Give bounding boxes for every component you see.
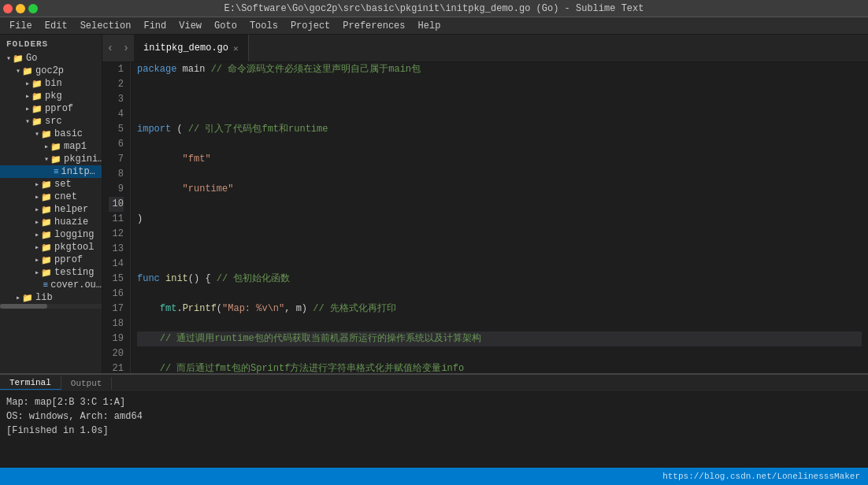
status-bar: https://blog.csdn.net/LonelinesssMaker (0, 468, 868, 485)
menu-goto[interactable]: Goto (208, 19, 243, 33)
sidebar-scrollbar[interactable] (0, 304, 102, 309)
arrow-logging: ▸ (35, 230, 39, 239)
window-title: E:\Software\Go\goc2p\src\basic\pkginit\i… (224, 3, 644, 14)
status-right: https://blog.csdn.net/LonelinesssMaker (662, 472, 860, 481)
label-huazie: huazie (54, 217, 88, 228)
terminal-line-1: Map: map[2:B 3:C 1:A] (6, 395, 862, 409)
folder-icon-lib: 📁 (22, 293, 33, 303)
sidebar: FOLDERS ▾ 📁 Go ▾ 📁 goc2p ▸ 📁 bin ▸ 📁 pkg… (0, 35, 102, 373)
folder-icon-logging: 📁 (41, 230, 52, 240)
label-set: set (54, 179, 72, 190)
arrow-set: ▸ (35, 180, 39, 189)
close-btn[interactable] (3, 4, 13, 13)
sidebar-scroll-thumb[interactable] (0, 304, 47, 309)
output-tab[interactable]: Output (61, 377, 113, 390)
folder-icon-set: 📁 (41, 180, 52, 190)
window-controls (3, 4, 38, 13)
sidebar-item-testing[interactable]: ▸ 📁 testing (0, 266, 102, 279)
menu-find[interactable]: Find (137, 19, 172, 33)
arrow-helper: ▸ (35, 205, 39, 214)
menu-bar: File Edit Selection Find View Goto Tools… (0, 17, 868, 35)
sidebar-item-pkginit[interactable]: ▾ 📁 pkgini… (0, 153, 102, 165)
label-bin: bin (45, 78, 62, 89)
line-numbers: 12345 6789 10 1112131415 1617181920 2122 (102, 62, 131, 373)
folder-icon-basic: 📁 (41, 129, 52, 139)
code-line: ) (137, 212, 862, 227)
menu-help[interactable]: Help (412, 19, 447, 33)
sidebar-item-coverout[interactable]: ≡ cover.ou… (0, 279, 102, 291)
label-map1: map1 (64, 141, 87, 152)
sidebar-item-map1[interactable]: ▸ 📁 map1 (0, 140, 102, 153)
menu-edit[interactable]: Edit (39, 19, 74, 33)
arrow-testing: ▸ (35, 268, 39, 277)
code-line: func init() { // 包初始化函数 (137, 272, 862, 287)
arrow-pkginit: ▾ (44, 154, 49, 164)
arrow-cnet: ▸ (35, 192, 39, 202)
nav-prev[interactable]: ‹ (102, 35, 118, 61)
label-goc2p: goc2p (35, 65, 64, 76)
sidebar-item-pkg[interactable]: ▸ 📁 pkg (0, 90, 102, 102)
folder-icon-cnet: 📁 (41, 192, 52, 202)
arrow-pprof2: ▸ (35, 255, 39, 265)
label-pkg: pkg (45, 91, 62, 102)
label-helper: helper (54, 204, 88, 215)
sidebar-item-go[interactable]: ▾ 📁 Go (0, 52, 102, 65)
code-area[interactable]: package main // 命令源码文件必须在这里声明自己属于main包 i… (131, 62, 868, 373)
sidebar-item-lib[interactable]: ▸ 📁 lib (0, 291, 102, 304)
sidebar-item-bin[interactable]: ▸ 📁 bin (0, 77, 102, 90)
sidebar-item-set[interactable]: ▸ 📁 set (0, 178, 102, 191)
label-initpkg: initp… (61, 166, 95, 177)
arrow-pkgtool: ▸ (35, 242, 39, 252)
label-basic: basic (54, 128, 83, 139)
terminal-content[interactable]: Map: map[2:B 3:C 1:A] OS: windows, Arch:… (0, 392, 868, 468)
label-pprof: pprof (45, 103, 73, 114)
sidebar-item-pkgtool[interactable]: ▸ 📁 pkgtool (0, 241, 102, 254)
sidebar-item-pprof[interactable]: ▸ 📁 pprof (0, 102, 102, 115)
code-line (137, 242, 862, 257)
sidebar-item-src[interactable]: ▾ 📁 src (0, 115, 102, 128)
folder-icon-testing: 📁 (41, 268, 52, 278)
folder-icon-pkgtool: 📁 (41, 242, 52, 253)
tab-close-icon[interactable]: ✕ (233, 43, 239, 54)
terminal-line-2: OS: windows, Arch: amd64 (6, 409, 862, 424)
code-line: package main // 命令源码文件必须在这里声明自己属于main包 (137, 62, 862, 77)
arrow-goc2p: ▾ (16, 66, 20, 76)
maximize-btn[interactable] (28, 4, 38, 13)
sidebar-item-logging[interactable]: ▸ 📁 logging (0, 228, 102, 241)
arrow-lib: ▸ (16, 293, 20, 302)
code-line: fmt.Printf("Map: %v\n", m) // 先格式化再打印 (137, 302, 862, 317)
code-line (137, 92, 862, 107)
folder-icon-goc2p: 📁 (22, 66, 33, 76)
menu-view[interactable]: View (172, 19, 208, 33)
folder-icon-helper: 📁 (41, 205, 52, 215)
sidebar-item-initpkg[interactable]: ≡ initp… (0, 165, 102, 178)
menu-project[interactable]: Project (284, 19, 336, 33)
arrow-pkg: ▸ (25, 91, 30, 101)
sidebar-item-huazie[interactable]: ▸ 📁 huazie (0, 216, 102, 228)
arrow-pprof: ▸ (25, 104, 30, 113)
folder-icon-src: 📁 (32, 117, 43, 127)
bottom-tabs: Terminal Output (0, 375, 868, 392)
menu-file[interactable]: File (3, 19, 39, 33)
menu-tools[interactable]: Tools (243, 19, 284, 33)
editor-content[interactable]: 12345 6789 10 1112131415 1617181920 2122… (102, 62, 868, 373)
menu-selection[interactable]: Selection (74, 19, 138, 33)
arrow-basic: ▾ (35, 129, 39, 139)
tab-initpkg[interactable]: initpkg_demo.go ✕ (134, 35, 249, 61)
minimize-btn[interactable] (16, 4, 25, 13)
label-src: src (45, 116, 62, 127)
sidebar-item-cnet[interactable]: ▸ 📁 cnet (0, 191, 102, 203)
sidebar-item-goc2p[interactable]: ▾ 📁 goc2p (0, 65, 102, 77)
sidebar-item-basic[interactable]: ▾ 📁 basic (0, 128, 102, 140)
label-testing: testing (54, 267, 94, 278)
terminal-tab[interactable]: Terminal (0, 376, 61, 390)
sidebar-item-helper[interactable]: ▸ 📁 helper (0, 203, 102, 216)
arrow-go: ▾ (6, 54, 11, 63)
folder-icon-bin: 📁 (32, 79, 43, 89)
folder-icon-pkginit: 📁 (50, 154, 61, 165)
sidebar-item-pprof2[interactable]: ▸ 📁 pprof (0, 254, 102, 266)
menu-preferences[interactable]: Preferences (336, 19, 411, 33)
nav-next[interactable]: › (118, 35, 134, 61)
editor-wrapper: ‹ › initpkg_demo.go ✕ 12345 6789 10 1112… (102, 35, 868, 373)
file-icon-initpkg: ≡ (54, 167, 59, 176)
